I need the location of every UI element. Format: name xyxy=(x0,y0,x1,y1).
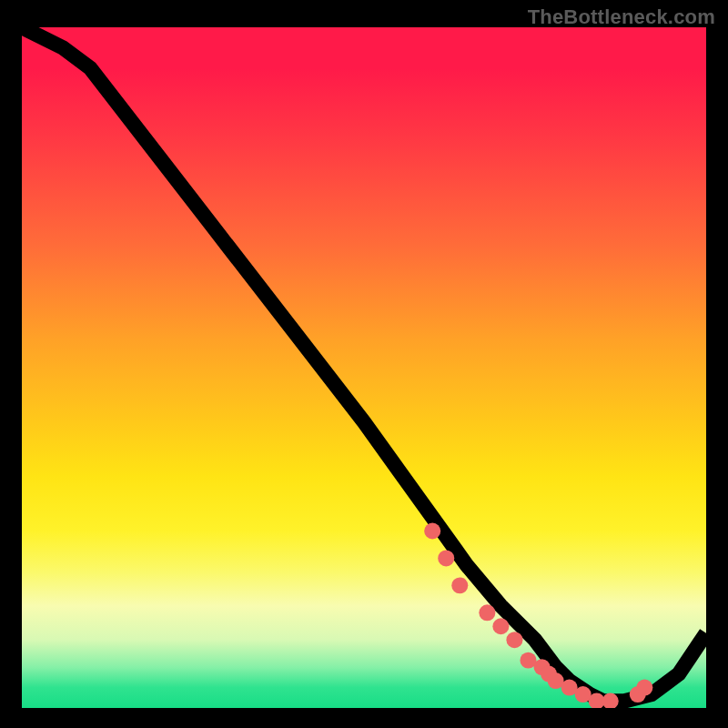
chart-svg xyxy=(22,27,706,708)
data-marker xyxy=(451,577,468,593)
watermark-text: TheBottleneck.com xyxy=(528,5,715,29)
data-marker xyxy=(424,523,440,540)
chart-frame: TheBottleneck.com xyxy=(0,0,728,728)
data-marker xyxy=(636,680,652,696)
data-marker xyxy=(438,550,454,566)
data-marker xyxy=(479,604,495,621)
data-marker xyxy=(506,632,522,648)
data-marker xyxy=(492,618,509,634)
curve-path xyxy=(22,27,706,702)
plot-area xyxy=(22,27,706,708)
